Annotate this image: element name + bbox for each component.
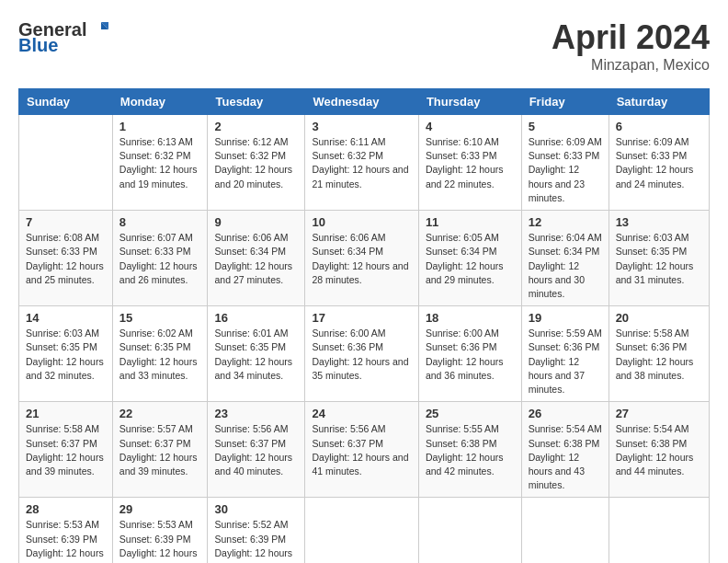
day-info: Sunrise: 6:05 AM Sunset: 6:34 PM Dayligh… <box>426 231 515 287</box>
day-number: 19 <box>529 311 602 325</box>
calendar-cell: 7Sunrise: 6:08 AM Sunset: 6:33 PM Daylig… <box>19 211 113 306</box>
header-day-saturday: Saturday <box>609 89 709 115</box>
day-info: Sunrise: 6:10 AM Sunset: 6:33 PM Dayligh… <box>426 135 515 191</box>
calendar-cell: 21Sunrise: 5:58 AM Sunset: 6:37 PM Dayli… <box>19 402 113 498</box>
day-number: 14 <box>26 311 106 325</box>
day-number: 16 <box>214 311 298 325</box>
calendar-cell: 22Sunrise: 5:57 AM Sunset: 6:37 PM Dayli… <box>112 402 208 498</box>
calendar-cell: 14Sunrise: 6:03 AM Sunset: 6:35 PM Dayli… <box>19 306 113 402</box>
day-info: Sunrise: 5:54 AM Sunset: 6:38 PM Dayligh… <box>616 422 702 478</box>
day-number: 12 <box>529 215 602 229</box>
logo-icon <box>88 18 110 40</box>
calendar-cell: 6Sunrise: 6:09 AM Sunset: 6:33 PM Daylig… <box>609 115 709 211</box>
day-number: 7 <box>26 215 106 229</box>
day-info: Sunrise: 6:09 AM Sunset: 6:33 PM Dayligh… <box>616 135 702 191</box>
day-info: Sunrise: 6:06 AM Sunset: 6:34 PM Dayligh… <box>214 231 298 287</box>
month-year-title: April 2024 <box>552 18 710 57</box>
calendar-cell: 9Sunrise: 6:06 AM Sunset: 6:34 PM Daylig… <box>208 211 305 306</box>
day-info: Sunrise: 5:57 AM Sunset: 6:37 PM Dayligh… <box>119 422 201 478</box>
calendar-cell: 18Sunrise: 6:00 AM Sunset: 6:36 PM Dayli… <box>418 306 521 402</box>
day-number: 3 <box>312 120 411 133</box>
calendar-cell: 2Sunrise: 6:12 AM Sunset: 6:32 PM Daylig… <box>208 115 305 211</box>
day-info: Sunrise: 6:07 AM Sunset: 6:33 PM Dayligh… <box>119 231 201 287</box>
day-info: Sunrise: 6:00 AM Sunset: 6:36 PM Dayligh… <box>426 327 515 383</box>
day-info: Sunrise: 6:04 AM Sunset: 6:34 PM Dayligh… <box>529 231 602 301</box>
title-block: April 2024 Minzapan, Mexico <box>552 18 710 74</box>
calendar-cell: 19Sunrise: 5:59 AM Sunset: 6:36 PM Dayli… <box>521 306 609 402</box>
calendar-cell: 8Sunrise: 6:07 AM Sunset: 6:33 PM Daylig… <box>112 211 208 306</box>
calendar-cell: 28Sunrise: 5:53 AM Sunset: 6:39 PM Dayli… <box>19 498 113 563</box>
day-info: Sunrise: 6:11 AM Sunset: 6:32 PM Dayligh… <box>312 135 411 191</box>
day-number: 15 <box>119 311 201 325</box>
calendar-week-row: 14Sunrise: 6:03 AM Sunset: 6:35 PM Dayli… <box>19 306 710 402</box>
calendar-cell: 27Sunrise: 5:54 AM Sunset: 6:38 PM Dayli… <box>609 402 709 498</box>
day-number: 5 <box>529 120 602 133</box>
day-info: Sunrise: 6:12 AM Sunset: 6:32 PM Dayligh… <box>214 135 298 191</box>
calendar-cell <box>19 115 113 211</box>
day-number: 30 <box>214 502 298 516</box>
page-header: General Blue April 2024 Minzapan, Mexico <box>18 18 710 74</box>
day-number: 13 <box>616 215 702 229</box>
day-info: Sunrise: 6:08 AM Sunset: 6:33 PM Dayligh… <box>26 231 106 287</box>
day-info: Sunrise: 6:00 AM Sunset: 6:36 PM Dayligh… <box>312 327 411 383</box>
day-number: 27 <box>616 407 702 420</box>
calendar-cell: 16Sunrise: 6:01 AM Sunset: 6:35 PM Dayli… <box>208 306 305 402</box>
calendar-cell: 20Sunrise: 5:58 AM Sunset: 6:36 PM Dayli… <box>609 306 709 402</box>
calendar-week-row: 7Sunrise: 6:08 AM Sunset: 6:33 PM Daylig… <box>19 211 710 306</box>
day-number: 21 <box>26 407 106 420</box>
calendar-cell: 10Sunrise: 6:06 AM Sunset: 6:34 PM Dayli… <box>305 211 418 306</box>
day-info: Sunrise: 5:59 AM Sunset: 6:36 PM Dayligh… <box>529 327 602 396</box>
header-day-monday: Monday <box>112 89 208 115</box>
calendar-table: SundayMondayTuesdayWednesdayThursdayFrid… <box>18 88 710 563</box>
logo: General Blue <box>18 18 110 56</box>
header-day-wednesday: Wednesday <box>305 89 418 115</box>
day-number: 22 <box>119 407 201 420</box>
calendar-cell <box>418 498 521 563</box>
calendar-cell: 15Sunrise: 6:02 AM Sunset: 6:35 PM Dayli… <box>112 306 208 402</box>
calendar-cell: 17Sunrise: 6:00 AM Sunset: 6:36 PM Dayli… <box>305 306 418 402</box>
calendar-cell: 4Sunrise: 6:10 AM Sunset: 6:33 PM Daylig… <box>418 115 521 211</box>
day-info: Sunrise: 6:01 AM Sunset: 6:35 PM Dayligh… <box>214 327 298 383</box>
logo-blue-text: Blue <box>18 35 58 56</box>
calendar-cell: 13Sunrise: 6:03 AM Sunset: 6:35 PM Dayli… <box>609 211 709 306</box>
day-number: 8 <box>119 215 201 229</box>
day-number: 29 <box>119 502 201 516</box>
calendar-cell: 3Sunrise: 6:11 AM Sunset: 6:32 PM Daylig… <box>305 115 418 211</box>
calendar-cell: 29Sunrise: 5:53 AM Sunset: 6:39 PM Dayli… <box>112 498 208 563</box>
calendar-cell: 25Sunrise: 5:55 AM Sunset: 6:38 PM Dayli… <box>418 402 521 498</box>
day-number: 23 <box>214 407 298 420</box>
calendar-cell: 5Sunrise: 6:09 AM Sunset: 6:33 PM Daylig… <box>521 115 609 211</box>
calendar-cell: 11Sunrise: 6:05 AM Sunset: 6:34 PM Dayli… <box>418 211 521 306</box>
day-info: Sunrise: 5:52 AM Sunset: 6:39 PM Dayligh… <box>214 518 298 563</box>
header-day-sunday: Sunday <box>19 89 113 115</box>
day-info: Sunrise: 5:53 AM Sunset: 6:39 PM Dayligh… <box>119 518 201 563</box>
day-number: 9 <box>214 215 298 229</box>
day-number: 6 <box>616 120 702 133</box>
calendar-cell <box>305 498 418 563</box>
day-info: Sunrise: 5:58 AM Sunset: 6:37 PM Dayligh… <box>26 422 106 478</box>
day-info: Sunrise: 5:55 AM Sunset: 6:38 PM Dayligh… <box>426 422 515 478</box>
calendar-cell <box>521 498 609 563</box>
calendar-cell: 24Sunrise: 5:56 AM Sunset: 6:37 PM Dayli… <box>305 402 418 498</box>
day-number: 25 <box>426 407 515 420</box>
day-number: 1 <box>119 120 201 133</box>
day-info: Sunrise: 6:06 AM Sunset: 6:34 PM Dayligh… <box>312 231 411 287</box>
day-number: 26 <box>529 407 602 420</box>
day-number: 24 <box>312 407 411 420</box>
calendar-cell: 30Sunrise: 5:52 AM Sunset: 6:39 PM Dayli… <box>208 498 305 563</box>
header-day-tuesday: Tuesday <box>208 89 305 115</box>
day-number: 10 <box>312 215 411 229</box>
calendar-cell: 26Sunrise: 5:54 AM Sunset: 6:38 PM Dayli… <box>521 402 609 498</box>
day-info: Sunrise: 5:58 AM Sunset: 6:36 PM Dayligh… <box>616 327 702 383</box>
calendar-cell <box>609 498 709 563</box>
day-info: Sunrise: 5:56 AM Sunset: 6:37 PM Dayligh… <box>312 422 411 478</box>
day-number: 2 <box>214 120 298 133</box>
day-info: Sunrise: 6:02 AM Sunset: 6:35 PM Dayligh… <box>119 327 201 383</box>
day-number: 20 <box>616 311 702 325</box>
day-number: 4 <box>426 120 515 133</box>
calendar-cell: 23Sunrise: 5:56 AM Sunset: 6:37 PM Dayli… <box>208 402 305 498</box>
day-info: Sunrise: 5:56 AM Sunset: 6:37 PM Dayligh… <box>214 422 298 478</box>
day-info: Sunrise: 6:13 AM Sunset: 6:32 PM Dayligh… <box>119 135 201 191</box>
calendar-header-row: SundayMondayTuesdayWednesdayThursdayFrid… <box>19 89 710 115</box>
header-day-friday: Friday <box>521 89 609 115</box>
